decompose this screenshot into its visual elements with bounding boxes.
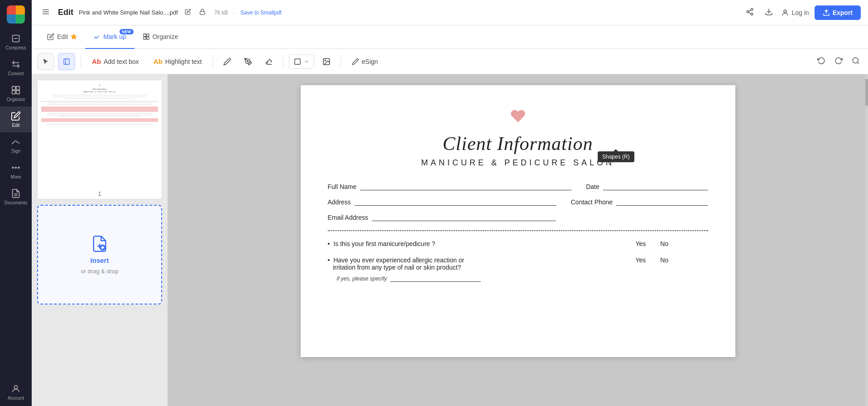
shapes-button[interactable] [289,54,314,69]
shapes-tooltip: Shapes (R) [598,151,634,162]
svg-point-34 [325,60,326,61]
svg-rect-15 [200,11,205,14]
thumbnail-wrapper: ♥ Client Information MANICURE & PEDICURE… [37,80,162,199]
sidebar-item-more-label: More [11,174,21,179]
organize-icon [11,85,21,95]
download-button[interactable] [762,5,776,20]
sidebar: Compress Convert Organize Edit Sign [0,0,32,406]
scroll-indicator[interactable] [865,74,868,406]
pdf-question-1-row: •Is this your first manicure/pedicure ? … [328,240,708,247]
svg-point-22 [784,10,786,13]
highlight-text-button[interactable]: Ab Highlight text [148,54,207,68]
thumbnail-1-image: ♥ Client Information MANICURE & PEDICURE… [38,80,162,189]
export-icon [823,9,830,16]
tab-organize[interactable]: Organize [134,25,187,49]
pdf-viewer[interactable]: Shapes (R) Client Information MANICURE &… [168,74,868,406]
svg-point-16 [751,9,753,11]
search-button[interactable] [849,54,863,69]
search-icon [852,57,860,65]
highlight-text-label: Highlight text [165,58,202,65]
lock-button[interactable] [198,7,207,18]
share-button[interactable] [743,5,757,20]
download-icon [765,8,773,16]
svg-point-35 [853,58,858,63]
pdf-address-label: Address [328,198,351,206]
pdf-divider [328,230,708,231]
svg-rect-32 [295,59,300,64]
menu-button[interactable] [39,5,53,20]
sidebar-item-organize[interactable]: Organize [0,81,32,106]
pdf-field-phone: Contact Phone [571,198,708,206]
add-text-box-icon: Ab [92,58,101,65]
documents-icon [11,188,21,198]
shapes-icon [294,58,301,65]
esign-label: eSign [362,58,378,65]
pdf-fields-row-2: Address Contact Phone [328,198,708,206]
pdf-phone-line [616,198,708,206]
sidebar-item-sign[interactable]: Sign [0,132,32,158]
export-button[interactable]: Export [815,5,861,20]
svg-rect-4 [12,91,15,94]
pencil-button[interactable] [219,54,236,69]
panel-toggle-button[interactable] [58,53,75,70]
tab-markup[interactable]: Mark up NEW [85,25,134,49]
add-text-box-label: Add text box [104,58,139,65]
shapes-tooltip-text: Shapes (R) [602,154,630,160]
svg-rect-28 [146,37,149,39]
sidebar-item-documents-label: Documents [5,200,28,205]
sidebar-item-more[interactable]: More [0,158,32,184]
sidebar-account[interactable]: Account [0,378,32,406]
svg-line-20 [748,10,751,11]
thumbnail-1[interactable]: ♥ Client Information MANICURE & PEDICURE… [37,80,162,199]
pdf-field-date: Date [586,182,708,190]
export-label: Export [833,9,853,16]
eraser-button[interactable] [260,54,278,69]
scroll-thumb [865,79,868,106]
svg-marker-24 [71,34,77,39]
login-button[interactable]: Log in [781,9,809,17]
pen-button[interactable] [240,54,257,69]
edit-filename-button[interactable] [183,7,192,18]
dot-separator: · [234,10,235,16]
sidebar-item-sign-label: Sign [11,149,20,154]
tab-edit-icon [47,33,54,40]
menu-icon [42,8,50,16]
tab-edit[interactable]: Edit [39,25,85,49]
sidebar-item-convert-label: Convert [8,71,24,76]
user-icon [781,9,789,17]
convert-icon [11,59,21,69]
svg-point-7 [15,167,17,169]
pdf-email-line [372,213,556,221]
sidebar-item-convert[interactable]: Convert [0,55,32,81]
tab-markup-icon [93,33,101,40]
pdf-fullname-line [360,182,571,190]
shapes-dropdown-icon [304,59,309,64]
insert-panel[interactable]: Insert or drag & drop [37,205,162,304]
cursor-tool-button[interactable] [37,53,54,70]
image-icon [322,58,331,66]
pdf-fields-row-1: Full Name Date [328,182,708,190]
eraser-icon [265,58,273,66]
tab-edit-star-icon [71,34,77,40]
image-button[interactable] [318,54,335,69]
pdf-q2-specify-row: if yes, please specify [337,275,708,282]
redo-button[interactable] [832,54,845,69]
pdf-fullname-label: Full Name [328,183,357,190]
sidebar-item-edit[interactable]: Edit [0,106,32,132]
redo-icon [834,57,843,65]
add-text-box-button[interactable]: Ab Add text box [86,54,144,68]
lock-icon [199,9,206,15]
save-link[interactable]: Save to Smallpdf [240,10,282,16]
sidebar-item-compress-label: Compress [5,45,26,50]
esign-button[interactable]: eSign [346,55,384,68]
filesize: 76 kB [214,10,228,16]
header-right: Log in Export [743,5,861,20]
cursor-icon [42,58,49,65]
undo-button[interactable] [815,54,828,69]
page-title: Edit [58,8,73,17]
svg-point-17 [747,11,749,13]
sidebar-item-documents[interactable]: Documents [0,184,32,210]
panel-icon [63,58,70,65]
sidebar-item-compress[interactable]: Compress [0,29,32,55]
esign-icon [352,58,359,65]
